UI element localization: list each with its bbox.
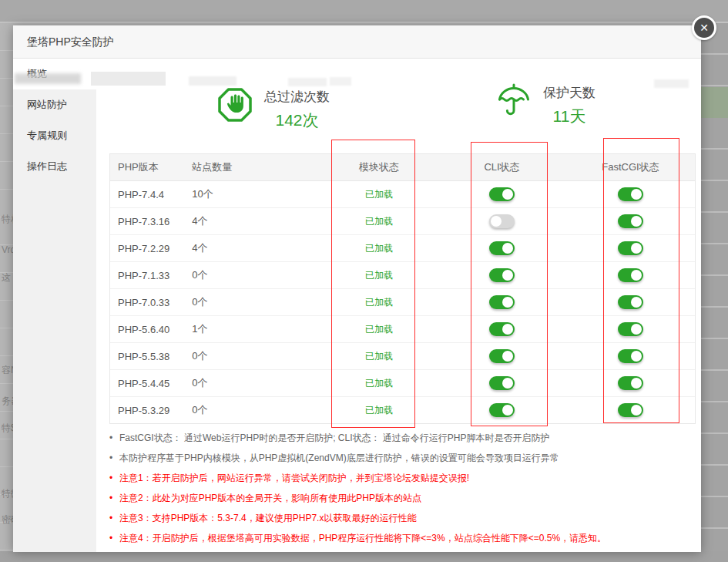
sidebar-item-site-protection[interactable]: 网站防护 bbox=[13, 89, 96, 120]
bullet-icon: • bbox=[109, 448, 119, 468]
stat-value: 11天 bbox=[543, 106, 595, 127]
note-item: •注意3：支持PHP版本：5.3-7.4，建议使用PHP7.x以获取最好的运行性… bbox=[109, 508, 606, 528]
fastcgi-toggle[interactable] bbox=[618, 349, 643, 363]
toggle-knob bbox=[631, 297, 642, 308]
background-text-fragment: 特微 bbox=[2, 487, 14, 500]
fastcgi-toggle[interactable] bbox=[618, 295, 643, 309]
column-header-cli-status: CLI状态 bbox=[438, 160, 566, 174]
column-header-site-count: 站点数量 bbox=[192, 160, 320, 174]
background-text-fragment: 密码 bbox=[2, 513, 14, 527]
bullet-icon: • bbox=[109, 528, 119, 548]
table-row: PHP-7.2.294个已加载 bbox=[110, 235, 695, 262]
toggle-knob bbox=[491, 216, 502, 227]
sidebar-item-operation-log[interactable]: 操作日志 bbox=[13, 151, 96, 182]
site-count-cell: 0个 bbox=[192, 295, 320, 309]
site-count-cell: 0个 bbox=[192, 376, 320, 390]
php-version-cell: PHP-5.4.45 bbox=[110, 378, 192, 389]
toggle-knob bbox=[502, 405, 513, 416]
site-count-cell: 0个 bbox=[192, 349, 320, 363]
module-status-cell: 已加载 bbox=[320, 188, 438, 201]
column-header-fastcgi-status: FastCGI状态 bbox=[566, 160, 695, 174]
toggle-knob bbox=[502, 243, 513, 254]
note-item: •注意1：若开启防护后，网站运行异常，请尝试关闭防护，并到宝塔论坛发贴提交误报! bbox=[109, 468, 606, 488]
dimmed-background-bottom bbox=[0, 551, 728, 562]
php-version-cell: PHP-7.3.16 bbox=[110, 216, 192, 227]
stat-label: 总过滤次数 bbox=[264, 88, 330, 106]
php-version-cell: PHP-5.3.29 bbox=[110, 405, 192, 416]
toggle-knob bbox=[631, 189, 642, 200]
toggle-knob bbox=[502, 189, 513, 200]
bullet-icon: • bbox=[109, 508, 119, 528]
stat-protected-days: 保护天数 11天 bbox=[495, 82, 595, 127]
cli-toggle[interactable] bbox=[489, 349, 515, 363]
fastcgi-toggle[interactable] bbox=[618, 241, 643, 255]
stop-hand-icon bbox=[216, 86, 253, 123]
cli-status-cell bbox=[438, 322, 566, 336]
background-text-fragment: 特$ bbox=[2, 422, 14, 435]
module-status-cell: 已加载 bbox=[320, 404, 438, 417]
site-count-cell: 1个 bbox=[192, 322, 320, 336]
toggle-knob bbox=[502, 324, 513, 335]
cli-toggle[interactable] bbox=[489, 322, 515, 336]
table-row: PHP-5.5.380个已加载 bbox=[110, 343, 695, 370]
module-status-cell: 已加载 bbox=[320, 269, 438, 282]
module-status-cell: 已加载 bbox=[320, 296, 438, 309]
notes-list: •FastCGI状态： 通过Web运行PHP时的是否开启防护; CLI状态： 通… bbox=[109, 428, 606, 548]
fastcgi-toggle[interactable] bbox=[618, 403, 643, 417]
module-status-cell: 已加载 bbox=[320, 323, 438, 336]
sidebar-item-exclusive-rules[interactable]: 专属规则 bbox=[13, 120, 96, 151]
module-loaded-label: 已加载 bbox=[365, 189, 393, 200]
background-text-fragment: 这 bbox=[2, 271, 14, 284]
bullet-icon: • bbox=[109, 428, 119, 448]
column-header-module-status: 模块状态 bbox=[320, 160, 438, 174]
module-loaded-label: 已加载 bbox=[365, 216, 393, 227]
module-loaded-label: 已加载 bbox=[365, 243, 393, 254]
toggle-knob bbox=[631, 216, 642, 227]
site-count-cell: 0个 bbox=[192, 268, 320, 282]
php-version-cell: PHP-7.2.29 bbox=[110, 243, 192, 254]
cli-status-cell bbox=[438, 187, 566, 201]
fastcgi-toggle[interactable] bbox=[618, 214, 643, 228]
toggle-knob bbox=[631, 243, 642, 254]
umbrella-icon bbox=[495, 82, 532, 119]
cli-status-cell bbox=[438, 376, 566, 390]
fastcgi-toggle[interactable] bbox=[618, 268, 643, 282]
module-loaded-label: 已加载 bbox=[365, 270, 393, 281]
fastcgi-status-cell bbox=[566, 187, 695, 201]
note-item: •注意2：此处为对应PHP版本的全局开关，影响所有使用此PHP版本的站点 bbox=[109, 488, 606, 508]
table-row: PHP-7.3.164个已加载 bbox=[110, 208, 695, 235]
dimmed-background-topbar bbox=[0, 0, 728, 23]
table-row: PHP-7.4.410个已加载 bbox=[110, 181, 695, 208]
cli-toggle[interactable] bbox=[489, 268, 515, 282]
dimmed-background-selected-row bbox=[701, 87, 728, 118]
site-count-cell: 10个 bbox=[192, 187, 320, 201]
modal-header: 堡塔PHP安全防护 bbox=[13, 25, 701, 59]
fastcgi-status-cell bbox=[566, 403, 695, 417]
fastcgi-toggle[interactable] bbox=[618, 376, 643, 390]
cli-toggle[interactable] bbox=[489, 295, 515, 309]
modal-content: 总过滤次数 142次 保护天数 11天 bbox=[96, 59, 701, 552]
table-row: PHP-7.1.330个已加载 bbox=[110, 262, 695, 289]
cli-toggle[interactable] bbox=[489, 214, 515, 228]
module-loaded-label: 已加载 bbox=[365, 405, 393, 416]
cli-status-cell bbox=[438, 214, 566, 228]
sidebar-item-overview[interactable]: 概览 bbox=[13, 59, 96, 89]
site-count-cell: 4个 bbox=[192, 214, 320, 228]
cli-toggle[interactable] bbox=[489, 241, 515, 255]
fastcgi-toggle[interactable] bbox=[618, 187, 643, 201]
bullet-icon: • bbox=[109, 488, 119, 508]
fastcgi-status-cell bbox=[566, 295, 695, 309]
modal-title: 堡塔PHP安全防护 bbox=[13, 25, 701, 58]
php-version-cell: PHP-5.5.38 bbox=[110, 351, 192, 362]
stat-label: 保护天数 bbox=[543, 84, 595, 102]
close-button[interactable]: ✕ bbox=[692, 15, 716, 40]
module-loaded-label: 已加载 bbox=[365, 297, 393, 308]
fastcgi-toggle[interactable] bbox=[618, 322, 643, 336]
table-row: PHP-5.3.290个已加载 bbox=[110, 397, 695, 423]
cli-toggle[interactable] bbox=[489, 376, 515, 390]
background-text-fragment: Vrdp bbox=[2, 244, 14, 255]
cli-toggle[interactable] bbox=[489, 403, 515, 417]
fastcgi-status-cell bbox=[566, 322, 695, 336]
table-row: PHP-5.6.401个已加载 bbox=[110, 316, 695, 343]
cli-toggle[interactable] bbox=[489, 187, 515, 201]
